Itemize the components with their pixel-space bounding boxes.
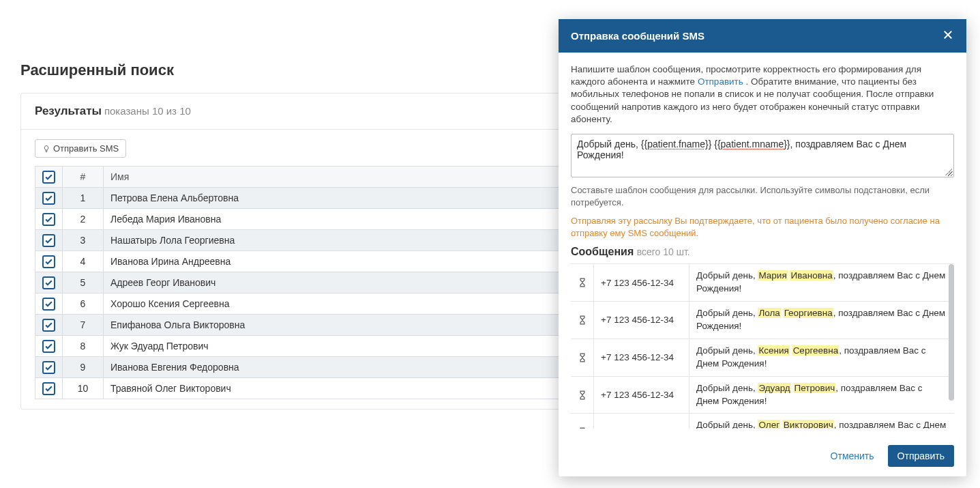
hourglass-icon bbox=[571, 414, 594, 429]
row-number: 4 bbox=[63, 251, 104, 272]
modal-header: Отправка сообщений SMS bbox=[559, 19, 966, 53]
message-row: +7 123 456-12-34Добрый день, Лола Георги… bbox=[571, 302, 954, 339]
row-checkbox[interactable] bbox=[42, 234, 55, 247]
close-icon[interactable] bbox=[942, 29, 954, 43]
hourglass-icon bbox=[571, 264, 594, 301]
row-number: 6 bbox=[63, 293, 104, 315]
template-text: Добрый день, {{ bbox=[577, 139, 647, 149]
row-checkbox[interactable] bbox=[42, 340, 55, 353]
message-row: +7 123 456-12-34Добрый день, Ксения Серг… bbox=[571, 339, 954, 377]
row-number: 2 bbox=[63, 209, 104, 230]
row-number: 9 bbox=[63, 357, 104, 378]
message-text: Добрый день, Мария Ивановна, поздравляем… bbox=[689, 264, 954, 301]
message-text: Добрый день, Лола Георгиевна, поздравляе… bbox=[689, 302, 954, 339]
message-phone: +7 123 456-12-34 bbox=[594, 414, 689, 429]
scrollbar[interactable] bbox=[949, 264, 954, 401]
row-checkbox[interactable] bbox=[42, 298, 55, 311]
message-row: +7 123 456-12-34Добрый день, Олег Виктор… bbox=[571, 414, 954, 429]
row-checkbox[interactable] bbox=[42, 213, 55, 226]
message-phone: +7 123 456-12-34 bbox=[594, 302, 689, 339]
select-all-checkbox[interactable] bbox=[42, 171, 55, 184]
results-label: Результаты bbox=[35, 104, 102, 117]
row-checkbox[interactable] bbox=[42, 382, 55, 395]
row-number: 5 bbox=[63, 272, 104, 293]
template-var-mname: patient.mname bbox=[721, 139, 784, 149]
template-hint: Составьте шаблон сообщения для рассылки.… bbox=[571, 184, 954, 208]
send-sms-button[interactable]: Отправить SMS bbox=[35, 139, 126, 158]
row-checkbox[interactable] bbox=[42, 276, 55, 289]
hourglass-icon bbox=[571, 339, 594, 376]
message-text: Добрый день, Олег Викторович, поздравляе… bbox=[689, 414, 954, 429]
messages-count: всего 10 шт. bbox=[637, 246, 690, 257]
messages-list[interactable]: +7 123 456-12-34Добрый день, Мария Ивано… bbox=[571, 263, 954, 429]
bulb-icon bbox=[42, 145, 50, 153]
send-sms-modal: Отправка сообщений SMS Напишите шаблон с… bbox=[559, 19, 966, 476]
send-link[interactable]: Отправить bbox=[698, 76, 743, 87]
row-checkbox[interactable] bbox=[42, 255, 55, 268]
row-checkbox[interactable] bbox=[42, 192, 55, 205]
resize-handle-icon[interactable] bbox=[945, 169, 952, 175]
results-count: показаны 10 из 10 bbox=[104, 105, 191, 117]
message-text: Добрый день, Эдуард Петрович, поздравляе… bbox=[689, 377, 954, 414]
row-number: 8 bbox=[63, 336, 104, 357]
modal-title: Отправка сообщений SMS bbox=[571, 30, 704, 42]
modal-intro: Напишите шаблон сообщения, просмотрите к… bbox=[571, 63, 954, 126]
row-checkbox[interactable] bbox=[42, 319, 55, 332]
template-text: }} {{ bbox=[705, 139, 721, 149]
template-var-fname: patient.fname bbox=[647, 139, 705, 149]
send-button[interactable]: Отправить bbox=[888, 445, 954, 467]
message-row: +7 123 456-12-34Добрый день, Мария Ивано… bbox=[571, 264, 954, 302]
row-number: 7 bbox=[63, 315, 104, 336]
messages-header: Сообщения всего 10 шт. bbox=[571, 246, 954, 258]
message-row: +7 123 456-12-34Добрый день, Эдуард Петр… bbox=[571, 377, 954, 414]
consent-warning: Отправляя эту рассылку Вы подтверждаете,… bbox=[571, 215, 954, 239]
message-phone: +7 123 456-12-34 bbox=[594, 264, 689, 301]
column-header-checkbox bbox=[35, 167, 63, 188]
row-number: 10 bbox=[63, 378, 104, 399]
column-header-num: # bbox=[63, 167, 104, 188]
hourglass-icon bbox=[571, 377, 594, 414]
row-number: 1 bbox=[63, 188, 104, 209]
messages-label: Сообщения bbox=[571, 246, 634, 257]
message-phone: +7 123 456-12-34 bbox=[594, 339, 689, 376]
message-phone: +7 123 456-12-34 bbox=[594, 377, 689, 414]
message-text: Добрый день, Ксения Сергеевна, поздравля… bbox=[689, 339, 954, 376]
cancel-button[interactable]: Отменить bbox=[824, 445, 881, 467]
modal-footer: Отменить Отправить bbox=[559, 435, 966, 476]
send-sms-button-label: Отправить SMS bbox=[53, 143, 119, 154]
row-number: 3 bbox=[63, 230, 104, 251]
row-checkbox[interactable] bbox=[42, 361, 55, 374]
template-textarea[interactable]: Добрый день, {{patient.fname}} {{patient… bbox=[571, 134, 954, 177]
hourglass-icon bbox=[571, 302, 594, 339]
